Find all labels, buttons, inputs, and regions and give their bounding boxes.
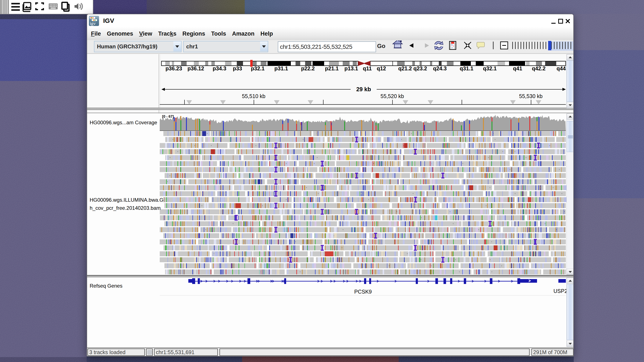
svg-text:q21.2: q21.2 [398, 65, 412, 71]
svg-text:q11: q11 [363, 65, 372, 71]
svg-text:p13.1: p13.1 [344, 65, 358, 71]
svg-text:q24.3: q24.3 [433, 65, 447, 71]
svg-text:55,520 kb: 55,520 kb [380, 93, 404, 99]
svg-text:HG00096.wgs.ILLUMINA.bwa.G: HG00096.wgs.ILLUMINA.bwa.G [90, 197, 163, 203]
svg-text:55,530 kb: 55,530 kb [519, 93, 542, 99]
svg-text:p21.1: p21.1 [325, 65, 339, 71]
svg-text:29 kb: 29 kb [356, 86, 371, 93]
svg-text:p34.3: p34.3 [213, 65, 226, 71]
svg-text:[0 - 67]: [0 - 67] [162, 115, 174, 119]
svg-text:p36.23: p36.23 [166, 65, 182, 71]
svg-text:55,510 kb: 55,510 kb [242, 93, 266, 99]
svg-text:PCSK9: PCSK9 [354, 289, 372, 295]
svg-text:p36.12: p36.12 [188, 65, 204, 71]
svg-text:q32.1: q32.1 [483, 65, 497, 71]
svg-text:p33: p33 [233, 65, 242, 71]
svg-text:q44: q44 [556, 65, 566, 71]
svg-text:q41: q41 [513, 65, 522, 71]
svg-text:p22.2: p22.2 [301, 65, 315, 71]
svg-text:HG00096.wgs...am Coverage: HG00096.wgs...am Coverage [90, 120, 157, 125]
svg-text:h_cov_pcr_free.20140203.bam: h_cov_pcr_free.20140203.bam [90, 205, 160, 211]
svg-text:q12: q12 [377, 65, 386, 71]
svg-text:p31.1: p31.1 [274, 65, 288, 71]
svg-text:q23.2: q23.2 [414, 65, 427, 71]
svg-text:igv: igv [90, 21, 96, 26]
svg-text:q31.1: q31.1 [460, 65, 474, 71]
svg-text:p32.1: p32.1 [251, 65, 264, 71]
svg-text:q42.2: q42.2 [532, 65, 546, 71]
svg-text:Refseq Genes: Refseq Genes [90, 283, 122, 289]
